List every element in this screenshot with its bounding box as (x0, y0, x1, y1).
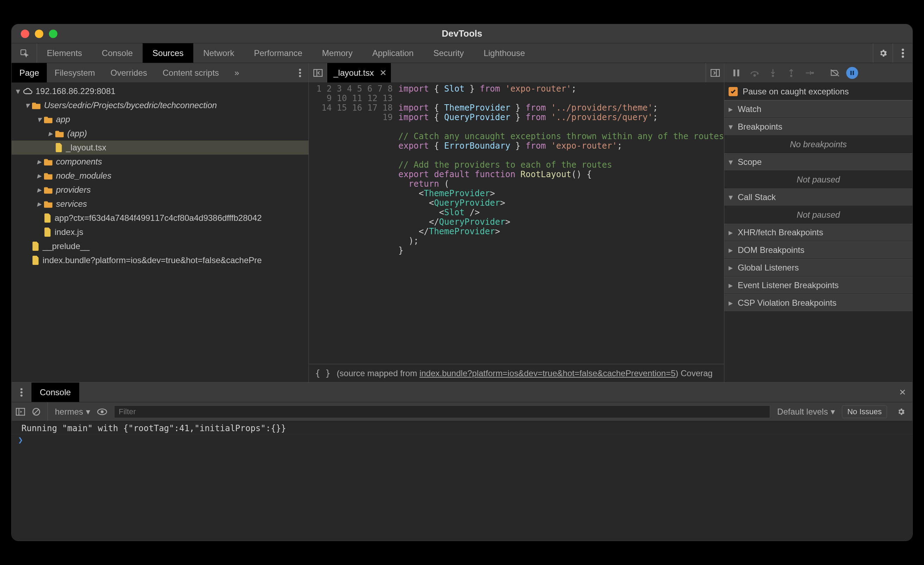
zoom-window-button[interactable] (49, 30, 57, 38)
subtab-page[interactable]: Page (12, 63, 47, 83)
subtab-overflow-icon[interactable]: » (229, 68, 245, 78)
tab-elements[interactable]: Elements (37, 43, 92, 63)
log-levels-selector[interactable]: Default levels ▾ (777, 407, 835, 417)
section-watch[interactable]: Watch (724, 101, 912, 118)
console-prompt[interactable]: ❯ (12, 434, 912, 446)
section-scope[interactable]: Scope (724, 153, 912, 171)
tree-app-group[interactable]: (app) (12, 126, 309, 141)
section-callstack[interactable]: Call Stack (724, 188, 912, 206)
tab-performance[interactable]: Performance (244, 43, 312, 63)
live-expression-icon[interactable] (97, 408, 107, 415)
tree-prelude-file[interactable]: __prelude__ (12, 239, 309, 253)
minimize-window-button[interactable] (35, 30, 44, 38)
tree-appctx-file[interactable]: app?ctx=f63d4a7484f499117c4cf80a4d9386df… (12, 211, 309, 225)
step-out-icon[interactable] (782, 63, 800, 83)
folder-icon (44, 186, 53, 194)
subtab-content-scripts[interactable]: Content scripts (155, 63, 227, 83)
close-tab-icon[interactable]: ✕ (380, 68, 387, 78)
tab-lighthouse[interactable]: Lighthouse (474, 43, 534, 63)
pause-caught-label: Pause on caught exceptions (742, 87, 849, 96)
tree-indexjs-file[interactable]: index.js (12, 225, 309, 239)
tree-layout-file[interactable]: _layout.tsx (12, 141, 309, 155)
tab-network[interactable]: Network (194, 43, 244, 63)
console-sidebar-icon[interactable] (16, 408, 25, 416)
svg-point-12 (772, 75, 774, 77)
settings-icon[interactable] (873, 43, 892, 63)
svg-point-3 (902, 55, 904, 58)
console-toolbar: hermes ▾ Default levels ▾ No Issues (12, 402, 912, 421)
kebab-menu-icon[interactable] (892, 43, 912, 63)
section-csp[interactable]: CSP Violation Breakpoints (724, 294, 912, 312)
tab-memory[interactable]: Memory (312, 43, 363, 63)
console-context-selector[interactable]: hermes ▾ (48, 402, 90, 421)
clear-console-icon[interactable] (32, 407, 40, 416)
console-output[interactable]: Running "main" with {"rootTag":41,"initi… (12, 421, 912, 541)
navigator-panel: Page Filesystem Overrides Content script… (12, 63, 309, 382)
tree-app-folder[interactable]: app (12, 113, 309, 126)
source-map-link[interactable]: index.bundle?platform=ios&dev=true&hot=f… (419, 368, 675, 378)
tree-project-label: Users/cedric/Projects/bycedric/techconne… (44, 101, 217, 110)
tree-bundle-file[interactable]: index.bundle?platform=ios&dev=true&hot=f… (12, 253, 309, 267)
console-settings-icon[interactable] (894, 407, 908, 416)
show-navigator-icon[interactable] (309, 63, 327, 83)
tab-security[interactable]: Security (424, 43, 474, 63)
tree-origin[interactable]: 192.168.86.229:8081 (12, 84, 309, 98)
file-tree[interactable]: 192.168.86.229:8081 Users/cedric/Project… (12, 83, 309, 382)
cloud-icon (23, 88, 33, 95)
svg-point-2 (902, 52, 904, 54)
pause-script-icon[interactable] (727, 63, 746, 83)
subtab-overrides[interactable]: Overrides (103, 63, 155, 83)
console-log-line: Running "main" with {"rootTag":41,"initi… (12, 423, 912, 434)
tree-node-modules[interactable]: node_modules (12, 169, 309, 183)
step-into-icon[interactable] (764, 63, 782, 83)
pause-caught-row[interactable]: Pause on caught exceptions (724, 83, 912, 101)
breakpoints-empty: No breakpoints (724, 135, 912, 153)
code-editor[interactable]: 1 2 3 4 5 6 7 8 9 10 11 12 13 14 15 16 1… (309, 83, 724, 364)
svg-point-1 (902, 49, 904, 51)
deactivate-breakpoints-icon[interactable] (826, 63, 844, 83)
tab-sources[interactable]: Sources (142, 43, 194, 63)
line-gutter: 1 2 3 4 5 6 7 8 9 10 11 12 13 14 15 16 1… (309, 83, 396, 364)
console-context-label: hermes (55, 407, 83, 417)
section-globals[interactable]: Global Listeners (724, 259, 912, 276)
drawer-kebab-icon[interactable] (12, 383, 32, 402)
checkbox-checked-icon[interactable] (729, 87, 738, 96)
subtab-filesystem[interactable]: Filesystem (47, 63, 103, 83)
pretty-print-icon[interactable]: { } (315, 368, 330, 378)
section-xhr[interactable]: XHR/fetch Breakpoints (724, 224, 912, 241)
pause-on-exceptions-icon[interactable] (846, 67, 858, 79)
editor-panel: _layout.tsx ✕ 1 2 3 4 5 6 7 8 9 10 11 12… (309, 63, 724, 382)
drawer-tab-console[interactable]: Console (32, 383, 79, 402)
section-events[interactable]: Event Listener Breakpoints (724, 276, 912, 294)
drawer-close-icon[interactable]: ✕ (892, 383, 912, 402)
window-title: DevTools (12, 28, 912, 39)
tree-project[interactable]: Users/cedric/Projects/bycedric/techconne… (12, 98, 309, 113)
tree-providers[interactable]: providers (12, 183, 309, 197)
tree-indexjs-label: index.js (55, 227, 83, 237)
svg-point-4 (299, 69, 301, 71)
debugger-panel: Pause on caught exceptions Watch Breakpo… (724, 63, 912, 382)
console-filter-input[interactable] (114, 406, 770, 418)
inspect-element-icon[interactable] (12, 43, 37, 63)
section-dom[interactable]: DOM Breakpoints (724, 241, 912, 259)
file-icon (44, 213, 52, 222)
file-icon (55, 143, 63, 152)
show-debugger-icon[interactable] (706, 63, 724, 83)
tab-console[interactable]: Console (92, 43, 142, 63)
tree-components[interactable]: components (12, 155, 309, 169)
editor-status-strip: { } (source mapped from index.bundle?pla… (309, 364, 724, 382)
navigator-kebab-icon[interactable] (292, 69, 309, 77)
step-over-icon[interactable] (746, 63, 764, 83)
tab-application[interactable]: Application (362, 43, 423, 63)
step-icon[interactable] (800, 63, 819, 83)
drawer-tabs: Console ✕ (12, 383, 912, 402)
section-breakpoints[interactable]: Breakpoints (724, 118, 912, 135)
debugger-toolbar (724, 63, 912, 83)
tree-services[interactable]: services (12, 197, 309, 211)
file-icon (32, 242, 40, 251)
no-issues-button[interactable]: No Issues (842, 406, 887, 418)
scope-empty: Not paused (724, 171, 912, 188)
close-window-button[interactable] (21, 30, 29, 38)
navigator-tabs: Page Filesystem Overrides Content script… (12, 63, 309, 83)
editor-file-tab[interactable]: _layout.tsx ✕ (327, 63, 391, 83)
